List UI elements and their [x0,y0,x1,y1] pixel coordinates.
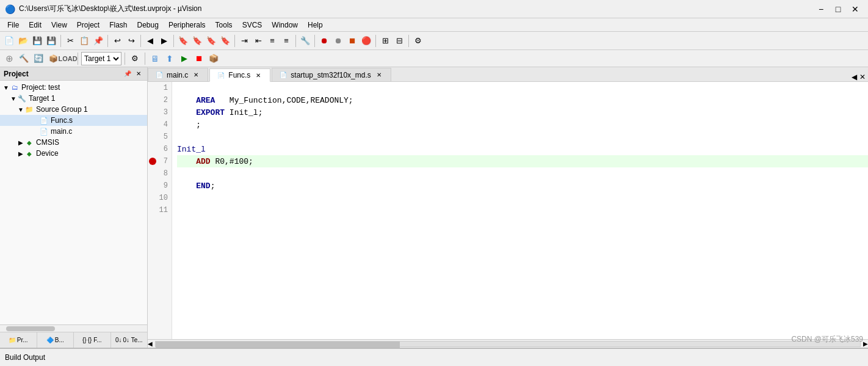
panel-scrollbar[interactable] [0,324,147,332]
menu-item-svcs[interactable]: SVCS [237,20,267,31]
tree-item-cmsis[interactable]: ▶ ◆ CMSIS [0,137,147,148]
load-button[interactable]: LOAD [61,52,74,65]
rtos-button[interactable]: ▶ [178,52,191,65]
target-selector[interactable]: Target 1 [81,52,121,65]
panel-tab-fn[interactable]: {} {} F... [74,332,111,348]
panel-tab-bo-icon: 🔷 [46,337,54,343]
target-icon: 🔧 [17,94,27,103]
arrow-target[interactable]: ▼ [10,95,17,102]
tab-funcs-close[interactable]: ✕ [254,71,262,79]
menu-item-help[interactable]: Help [303,20,328,31]
indent-button[interactable]: ⇥ [237,34,251,48]
tools-button[interactable]: 🔧 [298,34,312,48]
tree-item-mainc[interactable]: ▶ 📄 main.c [0,126,147,137]
stop-debug-button[interactable]: ⏹ [192,52,206,65]
debug-circle-button[interactable]: ⏺ [331,34,345,48]
settings-button[interactable]: ⚙ [411,34,425,48]
pack-button[interactable]: 📦 [207,52,220,65]
code-editor[interactable]: 1 2 3 4 5 6 7 8 9 10 11 AREA [148,82,868,339]
manage-components-button[interactable]: ⚙ [128,52,142,65]
menu-item-project[interactable]: Project [72,20,104,31]
undo-button[interactable]: ↩ [110,34,124,48]
panel-tab-te[interactable]: 0↓ 0↓ Te... [111,332,148,348]
scroll-right-arrow[interactable]: ▶ [863,340,868,347]
tab-funcs[interactable]: 📄 Func.s ✕ [209,68,270,82]
bookmark-button[interactable]: 🔖 [176,34,190,48]
outdent-button[interactable]: ⇤ [251,34,265,48]
scroll-left-arrow[interactable]: ◀ [148,340,153,347]
scroll-left-icon[interactable]: ◀ [852,73,857,81]
line6-label: Init_l [177,145,206,154]
arrow-device[interactable]: ▶ [17,150,24,157]
menu-bar: FileEditViewProjectFlashDebugPeripherals… [0,18,868,32]
new-file-button[interactable]: 📄 [2,34,16,48]
menu-item-tools[interactable]: Tools [211,20,237,31]
cut-button[interactable]: ✂ [63,34,77,48]
rebuild-button[interactable]: 🔄 [32,52,45,65]
menu-item-file[interactable]: File [2,20,24,31]
save-all-button[interactable]: 💾 [45,34,58,48]
tab-startup[interactable]: 📄 startup_stm32f10x_md.s ✕ [272,68,391,81]
panel-tab-pr[interactable]: 📁 Pr... [0,332,37,348]
scroll-track[interactable] [155,341,861,347]
tab-startup-close[interactable]: ✕ [375,71,383,79]
line4-content: ; [177,120,201,130]
tree-item-device[interactable]: ▶ ◆ Device [0,148,147,159]
line-num-2: 2 [148,94,172,106]
open-file-button[interactable]: 📂 [16,34,30,48]
format-button[interactable]: ≡ [266,34,279,48]
line-num-10: 10 [148,192,172,204]
paste-button[interactable]: 📌 [92,34,105,48]
flash-settings-button[interactable]: ⬆ [163,52,176,65]
line7-kw-add: ADD [196,157,210,166]
redo-button[interactable]: ↪ [125,34,138,48]
cmsis-label: CMSIS [36,138,59,147]
bookmark3-button[interactable]: 🔖 [204,34,218,48]
menu-item-window[interactable]: Window [267,20,303,31]
line9-kw-end: END [196,181,210,191]
panel-tab-bo[interactable]: 🔷 B... [37,332,74,348]
code-content[interactable]: AREA My_Function,CODE,READONLY; EXPORT I… [172,82,868,339]
debug-settings-button[interactable]: 🖥 [148,52,162,65]
build-project-button[interactable]: ⊕ [2,52,16,65]
menu-item-view[interactable]: View [46,20,72,31]
editor-horizontal-scrollbar[interactable]: ◀ ▶ [148,339,868,348]
tree-item-project[interactable]: ▼ 🗂 Project: test [0,82,147,93]
nav-back-button[interactable]: ◀ [143,34,157,48]
tab-mainc-close[interactable]: ✕ [192,71,200,79]
line-num-7: 7 [148,155,172,167]
maximize-button[interactable]: □ [830,3,846,15]
menu-item-flash[interactable]: Flash [104,20,132,31]
nav-forward-button[interactable]: ▶ [157,34,171,48]
bookmark4-button[interactable]: 🔖 [219,34,232,48]
copy-button[interactable]: 📋 [78,34,91,48]
save-button[interactable]: 💾 [31,34,44,48]
close-button[interactable]: ✕ [847,3,863,15]
format2-button[interactable]: ≡ [280,34,293,48]
tree-item-funcs[interactable]: ▶ 📄 Func.s [0,115,147,126]
panel-close-button[interactable]: ✕ [134,69,143,79]
arrow-project[interactable]: ▼ [2,84,10,91]
build-active-button[interactable]: 🔨 [17,52,31,65]
menu-item-edit[interactable]: Edit [24,20,46,31]
debug-start-button[interactable]: ⏺ [317,34,331,48]
minimize-button[interactable]: − [813,3,829,15]
view2-button[interactable]: ⊟ [392,34,406,48]
project-panel: Project 📌 ✕ ▼ 🗂 Project: test ▼ 🔧 Target… [0,67,148,348]
line3-rest: Init_l; [225,108,262,117]
title-bar-controls: − □ ✕ [813,3,863,15]
menu-item-debug[interactable]: Debug [132,20,164,31]
tree-item-target[interactable]: ▼ 🔧 Target 1 [0,93,147,104]
tree-item-source-group[interactable]: ▼ 📁 Source Group 1 [0,104,147,115]
bookmark2-button[interactable]: 🔖 [190,34,204,48]
code-line-4: ; [177,119,868,131]
arrow-cmsis[interactable]: ▶ [17,139,24,146]
arrow-source-group[interactable]: ▼ [17,106,24,113]
debug-stop-button[interactable]: ⏹ [345,34,359,48]
panel-pin-button[interactable]: 📌 [123,69,132,79]
menu-item-peripherals[interactable]: Peripherals [164,20,211,31]
view-button[interactable]: ⊞ [378,34,392,48]
tab-mainc[interactable]: 📄 main.c ✕ [148,68,208,81]
debug-flash-button[interactable]: 🔴 [360,34,373,48]
scroll-right-icon[interactable]: ✕ [859,73,866,81]
